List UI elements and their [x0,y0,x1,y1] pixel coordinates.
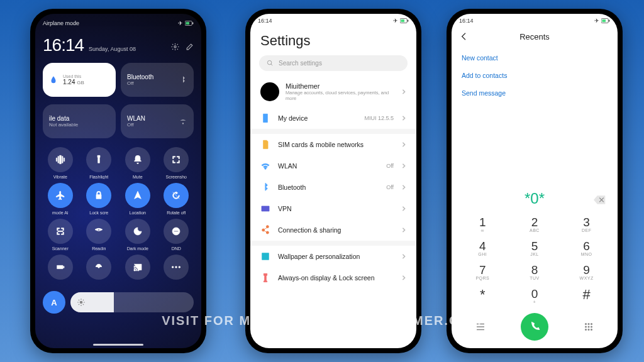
airplane-icon: ✈ [178,20,183,26]
wifi-icon [260,161,270,171]
link-send-message[interactable]: Send message [462,84,608,102]
section-divider [250,241,416,246]
key-digit: 1 [457,216,509,228]
settings-item-value: MIUI 12.5.5 [364,115,394,121]
toggle-lock[interactable]: Lock scre [82,183,117,215]
key-letters: DEF [560,228,613,233]
settings-item-value: Off [386,184,394,190]
svg-rect-1 [192,23,193,25]
toggle-flashlight[interactable]: Flashlight [82,147,117,179]
lock-icon [94,190,104,200]
account-row[interactable]: Miuithemer Manage accounts, cloud servic… [250,76,416,107]
toggle-label: Dark mode [127,246,148,251]
toggle-label: Mute [133,175,143,179]
toggle-vibrate[interactable]: Vibrate [43,147,78,179]
settings-item-sim[interactable]: SIM cards & mobile networks [250,134,416,155]
auto-brightness-button[interactable]: A [43,291,65,314]
search-icon [267,60,274,67]
phone-dialer: 16:14 ✈ Recents New contact Add to conta… [447,9,623,353]
brightness-slider[interactable] [70,292,194,312]
toggle-hotspot[interactable] [82,255,117,282]
settings-item-share[interactable]: Connection & sharing [250,219,416,241]
settings-item-bt[interactable]: BluetoothOff [250,177,416,198]
settings-item-value: Off [386,163,394,169]
svg-point-20 [591,329,592,331]
key-7[interactable]: 7PQRS [457,260,509,284]
search-settings-input[interactable]: Search settings [259,55,408,71]
chevron-right-icon [401,116,406,121]
key-letters: MNO [560,252,613,256]
dial-display: *0* [452,187,618,212]
key-digit: 0 [509,288,561,300]
toggle-reading[interactable]: Readin [82,219,117,251]
key-letters: GHI [457,252,509,256]
mobile-data-tile[interactable]: ile data Not available [43,104,116,138]
backspace-icon[interactable] [594,195,606,204]
key-0[interactable]: 0+ [509,284,561,308]
data-icon [101,117,109,126]
location-icon [133,190,143,200]
key-letters: WXYZ [560,276,613,280]
key-letters: + [509,300,561,304]
wlan-tile[interactable]: WLAN Off [121,104,194,138]
toggle-scanner[interactable]: Scanner [43,219,78,251]
settings-item-wallpaper[interactable]: Wallpaper & personalization [250,246,416,267]
toggle-mute[interactable]: Mute [120,147,155,179]
key-#[interactable]: # [560,284,613,308]
toggle-cast[interactable] [120,255,155,282]
key-digit: 4 [457,240,509,252]
toggle-airplane[interactable]: mode Ai [43,183,78,215]
toggle-dnd[interactable]: DND [159,219,194,251]
chevron-right-icon [401,275,406,280]
settings-item-wifi[interactable]: WLANOff [250,155,416,177]
settings-item-device[interactable]: My deviceMIUI 12.5.5 [250,107,416,129]
bluetooth-tile[interactable]: Bluetooth Off [121,63,194,97]
status-right: ✈ [178,20,194,26]
settings-item-aod[interactable]: Always-on display & Lock screen [250,267,416,288]
toggle-screenshot[interactable]: Screensho [159,147,194,179]
svg-point-18 [585,329,587,331]
toggle-location[interactable]: Location [120,183,155,215]
edit-icon[interactable] [186,43,194,51]
key-*[interactable]: * [457,284,509,308]
dial-display-text: *0* [525,190,545,207]
svg-point-3 [174,46,176,48]
clock-date: Sunday, August 08 [89,46,136,52]
key-digit: # [560,288,613,302]
bt-icon [260,182,270,192]
key-9[interactable]: 9WXYZ [560,260,613,284]
share-icon [260,225,270,235]
link-new-contact[interactable]: New contact [462,49,608,67]
key-2[interactable]: 2ABC [509,212,561,236]
key-3[interactable]: 3DEF [560,212,613,236]
settings-icon[interactable] [171,43,179,51]
settings-item-vpn[interactable]: VPN [250,198,416,219]
key-digit: 9 [560,264,613,276]
link-add-to-contacts[interactable]: Add to contacts [462,67,608,84]
vibrate-icon [55,155,65,165]
toggle-battery[interactable] [43,255,78,282]
toggle-more[interactable] [159,255,194,282]
key-digit: 6 [560,240,613,252]
key-8[interactable]: 8TUV [509,260,561,284]
toggle-dark[interactable]: Dark mode [120,219,155,251]
data-used-label: Used this [63,74,109,79]
hotspot-icon [94,262,104,272]
chevron-right-icon [401,163,406,168]
back-icon[interactable] [459,31,469,41]
account-name: Miuithemer [286,82,395,90]
toggle-rotate[interactable]: Rotate off [159,183,194,215]
quick-settings-panel: Airplane mode ✈ 16:14 Sunday, August 08 … [35,14,201,348]
water-drop-icon [49,75,58,84]
chevron-right-icon [401,185,406,190]
key-digit: 7 [457,264,509,276]
key-6[interactable]: 6MNO [560,236,613,260]
svg-rect-6 [408,20,408,22]
key-1[interactable]: 1∞ [457,212,509,236]
key-4[interactable]: 4GHI [457,236,509,260]
home-indicator[interactable] [93,344,143,346]
sun-icon [77,298,86,307]
key-5[interactable]: 5JKL [509,236,561,260]
data-usage-tile[interactable]: Used this 1.24 GB [43,63,116,97]
settings-item-label: VPN [278,205,394,212]
